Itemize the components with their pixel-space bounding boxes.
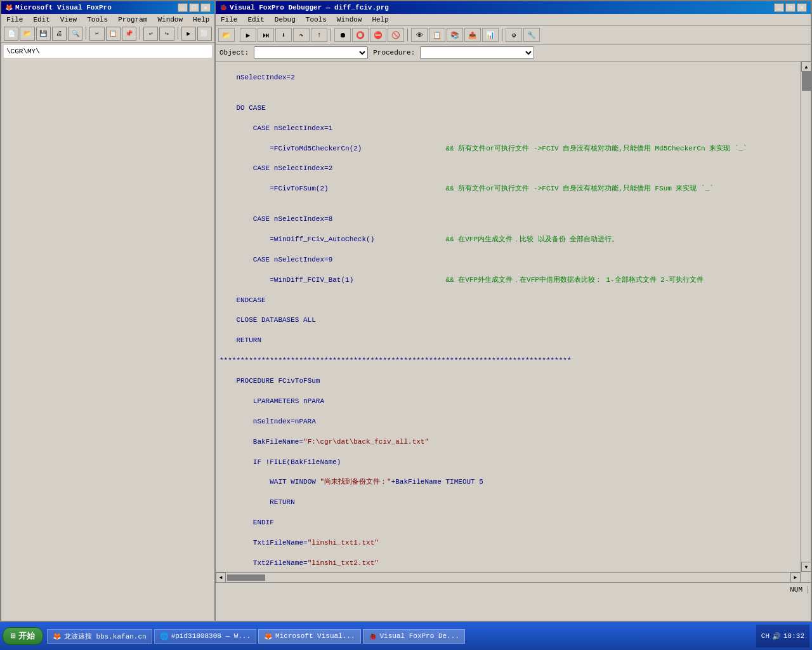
dbg-call-stack-button[interactable]: 📚: [447, 28, 463, 42]
tray-time: 18:32: [783, 632, 804, 640]
taskbar-item-label-3: Visual FoxPro De...: [380, 632, 459, 640]
menu-help[interactable]: Help: [190, 15, 212, 24]
vfp-title-bar: 🦊 Microsoft Visual FoxPro _ □ ✕: [1, 1, 214, 14]
horizontal-scrollbar[interactable]: ◀ ▶: [216, 572, 801, 582]
code-line: =FCivToFSum(2) && 所有文件or可执行文件 ->FCIV 自身没…: [219, 184, 801, 194]
menu-window[interactable]: Window: [155, 15, 185, 24]
status-num: NUM: [785, 586, 808, 594]
vfp-main-window: 🦊 Microsoft Visual FoxPro _ □ ✕ File Edi…: [0, 0, 216, 622]
open-button[interactable]: 📂: [20, 27, 34, 41]
stop-button[interactable]: ⬜: [197, 27, 212, 41]
close-button[interactable]: ✕: [200, 3, 211, 12]
dbg-run-button[interactable]: ▶: [240, 28, 256, 42]
dbg-locals-button[interactable]: 📋: [429, 28, 445, 42]
maximize-button[interactable]: □: [189, 3, 199, 12]
tray-lang: CH: [761, 632, 769, 640]
code-line: =FCivToMd5CheckerCn(2) && 所有文件or可执行文件 ->…: [219, 144, 801, 154]
dbg-step-into-button[interactable]: ⬇: [275, 28, 292, 42]
menu-edit[interactable]: Edit: [30, 15, 52, 24]
vfp-icon: 🦊: [5, 4, 13, 11]
code-line: DO CASE: [219, 103, 801, 114]
dbg-minimize-button[interactable]: _: [774, 3, 784, 12]
code-line: LPARAMETERS nPARA: [219, 397, 801, 407]
dbg-cancel-button[interactable]: 🚫: [388, 28, 404, 42]
menu-program[interactable]: Program: [115, 15, 150, 24]
dbg-props-button[interactable]: 🔧: [523, 28, 540, 42]
vertical-scrollbar[interactable]: ▲ ▼: [801, 62, 811, 572]
taskbar-item-2[interactable]: 🦊 Microsoft Visual...: [258, 629, 360, 644]
code-line: ****************************************…: [219, 356, 801, 366]
cut-button[interactable]: ✂: [89, 27, 104, 41]
scroll-down-button[interactable]: ▼: [801, 562, 811, 572]
debugger-window: 🐞 Visual FoxPro Debugger — diff_fciv.prg…: [214, 0, 812, 622]
dbg-output-button[interactable]: 📤: [464, 28, 481, 42]
code-line: =WinDiff_FCIV_Bat(1) && 在VFP外生成文件，在VFP中借…: [219, 275, 801, 286]
minimize-button[interactable]: _: [178, 3, 188, 12]
scroll-up-button[interactable]: ▲: [801, 62, 811, 72]
dbg-menu-help[interactable]: Help: [369, 15, 391, 24]
vfp-toolbar: 📄 📂 💾 🖨 🔍 ✂ 📋 📌 ↩ ↪ ▶ ⬜: [1, 25, 214, 43]
taskbar-item-label-2: Microsoft Visual...: [275, 632, 355, 640]
dbg-breakpoint-button[interactable]: ⏺: [334, 28, 351, 42]
dbg-coverage-button[interactable]: 📊: [482, 28, 499, 42]
copy-button[interactable]: 📋: [106, 27, 121, 41]
dbg-close-button[interactable]: ✕: [797, 3, 807, 12]
code-line: PROCEDURE FCivToFSum: [219, 376, 801, 387]
vfp-main-content: \CGR\MY\: [4, 45, 212, 58]
redo-button[interactable]: ↪: [159, 27, 174, 41]
code-line: CLOSE DATABASES ALL: [219, 315, 801, 326]
code-line: Txt2FileName="linshi_txt2.txt": [219, 559, 801, 569]
menu-tools[interactable]: Tools: [84, 15, 110, 24]
dbg-menu-file[interactable]: File: [218, 15, 240, 24]
procedure-label: Procedure:: [373, 49, 415, 56]
vfp-title: Microsoft Visual FoxPro: [15, 4, 112, 11]
vfp-path: \CGR\MY\: [6, 48, 40, 55]
dbg-menu-window[interactable]: Window: [334, 15, 365, 24]
code-line: ENDIF: [219, 518, 801, 528]
run-button[interactable]: ▶: [181, 27, 196, 41]
taskbar-items: 🦊 龙波速搜 bbs.kafan.cn 🌐 #pid31808308 — W..…: [47, 629, 756, 644]
debugger-icon: 🐞: [219, 4, 227, 11]
code-area-wrapper: nSelectIndex=2 DO CASE CASE nSelectIndex…: [216, 62, 811, 582]
undo-button[interactable]: ↩: [143, 27, 158, 41]
taskbar-item-label-0: 龙波速搜 bbs.kafan.cn: [64, 632, 147, 641]
dbg-menu-debug[interactable]: Debug: [272, 15, 298, 24]
scroll-left-button[interactable]: ◀: [216, 573, 226, 583]
code-line: CASE nSelectIndex=2: [219, 164, 801, 174]
object-select[interactable]: [254, 46, 368, 59]
object-label: Object:: [219, 49, 249, 56]
menu-view[interactable]: View: [58, 15, 79, 24]
scroll-right-button[interactable]: ▶: [790, 573, 801, 583]
dbg-menu-edit[interactable]: Edit: [245, 15, 266, 24]
preview-button[interactable]: 🔍: [68, 27, 82, 41]
new-button[interactable]: 📄: [4, 27, 18, 41]
object-procedure-bar: Object: Procedure:: [216, 44, 811, 62]
dbg-clear-break-button[interactable]: ⭕: [352, 28, 369, 42]
taskbar-item-0[interactable]: 🦊 龙波速搜 bbs.kafan.cn: [47, 629, 152, 644]
taskbar-item-1[interactable]: 🌐 #pid31808308 — W...: [154, 629, 256, 644]
dbg-step-over-button[interactable]: ↷: [293, 28, 310, 42]
dbg-step-out-button[interactable]: ↑: [311, 28, 327, 42]
dbg-open-button[interactable]: 📂: [218, 28, 235, 42]
code-line: nSelIndex=nPARA: [219, 417, 801, 427]
dbg-continue-button[interactable]: ⏭: [258, 28, 274, 42]
start-button[interactable]: ⊞ 开始: [3, 627, 43, 645]
taskbar: ⊞ 开始 🦊 龙波速搜 bbs.kafan.cn 🌐 #pid31808308 …: [0, 622, 812, 650]
dbg-menu-tools[interactable]: Tools: [303, 15, 329, 24]
taskbar-item-3[interactable]: 🐞 Visual FoxPro De...: [363, 629, 465, 644]
dbg-break-on-error[interactable]: ⛔: [370, 28, 386, 42]
dbg-environment-button[interactable]: ⚙: [506, 28, 522, 42]
code-scroll-area[interactable]: nSelectIndex=2 DO CASE CASE nSelectIndex…: [216, 62, 801, 572]
save-button[interactable]: 💾: [36, 27, 51, 41]
dbg-watch-button[interactable]: 👁: [411, 28, 428, 42]
system-tray: CH 🔊 18:32: [756, 625, 809, 647]
code-line: CASE nSelectIndex=8: [219, 215, 801, 225]
debugger-title: Visual FoxPro Debugger — diff_fciv.prg: [230, 4, 389, 11]
debugger-toolbar: 📂 ▶ ⏭ ⬇ ↷ ↑ ⏺ ⭕ ⛔ 🚫 👁 📋 📚 📤 📊 ⚙ 🔧: [216, 26, 811, 44]
print-button[interactable]: 🖨: [52, 27, 67, 41]
procedure-select[interactable]: [420, 46, 534, 59]
menu-file[interactable]: File: [4, 15, 25, 24]
vfp-menu-bar: File Edit View Tools Program Window Help: [1, 14, 214, 25]
paste-button[interactable]: 📌: [122, 27, 136, 41]
dbg-restore-button[interactable]: ❐: [785, 3, 796, 12]
